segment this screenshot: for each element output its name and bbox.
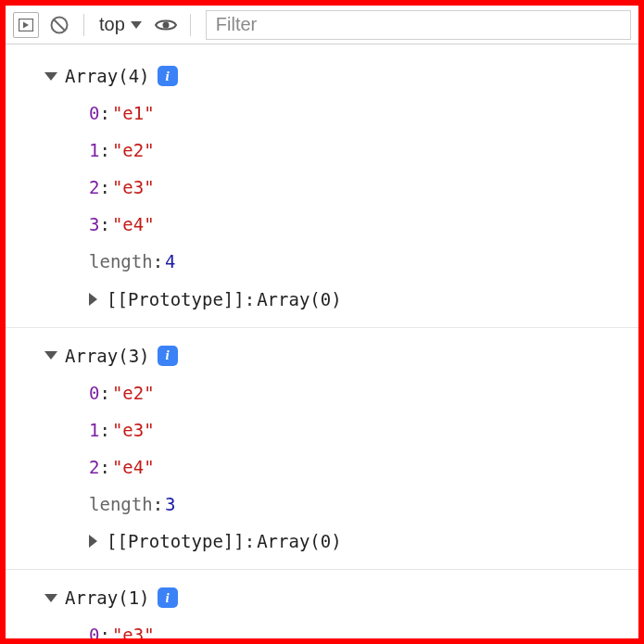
- svg-line-3: [54, 19, 65, 31]
- array-entry[interactable]: 2: "e4": [6, 448, 638, 486]
- entry-value: "e3": [112, 413, 155, 447]
- info-icon[interactable]: i: [158, 346, 178, 366]
- clear-console-button[interactable]: [46, 12, 72, 38]
- colon: :: [99, 618, 109, 644]
- svg-marker-1: [23, 21, 29, 28]
- colon: :: [99, 133, 109, 167]
- array-entry[interactable]: 0: "e2": [6, 374, 638, 411]
- info-icon[interactable]: i: [158, 587, 178, 608]
- prototype-row[interactable]: [[Prototype]]: Array(0): [6, 523, 638, 560]
- colon: :: [245, 283, 255, 316]
- array-entry[interactable]: 0: "e1": [6, 95, 638, 132]
- colon: :: [99, 450, 109, 484]
- object-header[interactable]: Array(1)i: [6, 579, 638, 616]
- entry-value: "e3": [112, 170, 155, 204]
- entry-value: "e4": [112, 208, 155, 241]
- entry-value: "e3": [112, 618, 155, 644]
- console-message: Array(1)i0: "e3"length: 1[[Prototype]]: …: [6, 570, 638, 644]
- colon: :: [153, 487, 163, 521]
- disclosure-triangle-down-icon[interactable]: [44, 72, 57, 81]
- console-message: Array(3)i0: "e2"1: "e3"2: "e4"length: 3[…: [6, 328, 638, 571]
- disclosure-triangle-right-icon[interactable]: [89, 293, 97, 306]
- array-entry[interactable]: 0: "e3": [6, 616, 638, 644]
- entry-index: 2: [89, 170, 99, 204]
- disclosure-triangle-right-icon[interactable]: [89, 535, 97, 548]
- entry-value: "e2": [112, 376, 155, 410]
- entry-index: 0: [89, 618, 99, 644]
- length-label: length: [89, 245, 153, 278]
- object-header[interactable]: Array(4)i: [6, 57, 638, 95]
- array-entry[interactable]: 1: "e3": [6, 411, 638, 448]
- colon: :: [99, 170, 109, 204]
- colon: :: [99, 376, 109, 410]
- array-summary: Array(3): [65, 339, 150, 373]
- array-summary: Array(4): [65, 59, 150, 93]
- colon: :: [99, 413, 109, 447]
- toggle-sidebar-button[interactable]: [13, 12, 39, 38]
- array-entry[interactable]: 2: "e3": [6, 169, 638, 206]
- length-label: length: [89, 487, 153, 521]
- length-row[interactable]: length: 3: [6, 486, 638, 523]
- ban-icon: [49, 15, 69, 35]
- object-header[interactable]: Array(3)i: [6, 337, 638, 374]
- svg-marker-4: [131, 21, 142, 29]
- console-output: Array(4)i0: "e1"1: "e2"2: "e3"3: "e4"len…: [6, 44, 638, 644]
- toolbar-separator: [190, 14, 191, 36]
- prototype-value: Array(0): [257, 283, 342, 316]
- entry-value: "e2": [112, 133, 155, 167]
- entry-value: "e1": [112, 96, 155, 130]
- entry-index: 1: [89, 413, 99, 447]
- array-entry[interactable]: 3: "e4": [6, 206, 638, 243]
- colon: :: [153, 245, 163, 278]
- entry-index: 3: [89, 208, 99, 241]
- context-label: top: [99, 14, 125, 35]
- disclosure-triangle-down-icon[interactable]: [44, 351, 57, 360]
- console-message: Array(4)i0: "e1"1: "e2"2: "e3"3: "e4"len…: [6, 48, 638, 328]
- toolbar-separator: [83, 14, 84, 36]
- prototype-label: [[Prototype]]: [107, 524, 245, 558]
- prototype-value: Array(0): [257, 524, 342, 558]
- play-panel-icon: [19, 19, 33, 32]
- length-row[interactable]: length: 4: [6, 243, 638, 280]
- devtools-console-panel: top Array(4)i0: "e1"1: "e2"2: "e3"3: "e4…: [0, 0, 644, 644]
- eye-icon: [155, 18, 177, 32]
- colon: :: [99, 96, 109, 130]
- console-toolbar: top: [6, 6, 638, 44]
- info-icon[interactable]: i: [158, 66, 178, 86]
- entry-index: 0: [89, 96, 99, 130]
- disclosure-triangle-down-icon[interactable]: [44, 594, 57, 602]
- array-summary: Array(1): [65, 581, 150, 614]
- length-value: 4: [165, 245, 175, 278]
- array-entry[interactable]: 1: "e2": [6, 132, 638, 169]
- entry-index: 1: [89, 133, 99, 167]
- colon: :: [99, 208, 109, 241]
- prototype-row[interactable]: [[Prototype]]: Array(0): [6, 281, 638, 318]
- live-expression-button[interactable]: [153, 12, 179, 38]
- chevron-down-icon: [131, 21, 142, 29]
- svg-point-5: [162, 21, 169, 28]
- prototype-label: [[Prototype]]: [107, 283, 245, 316]
- colon: :: [245, 524, 255, 558]
- context-selector[interactable]: top: [95, 14, 145, 35]
- length-value: 3: [165, 487, 175, 521]
- entry-index: 0: [89, 376, 99, 410]
- entry-value: "e4": [112, 450, 155, 484]
- entry-index: 2: [89, 450, 99, 484]
- filter-input[interactable]: [206, 10, 631, 40]
